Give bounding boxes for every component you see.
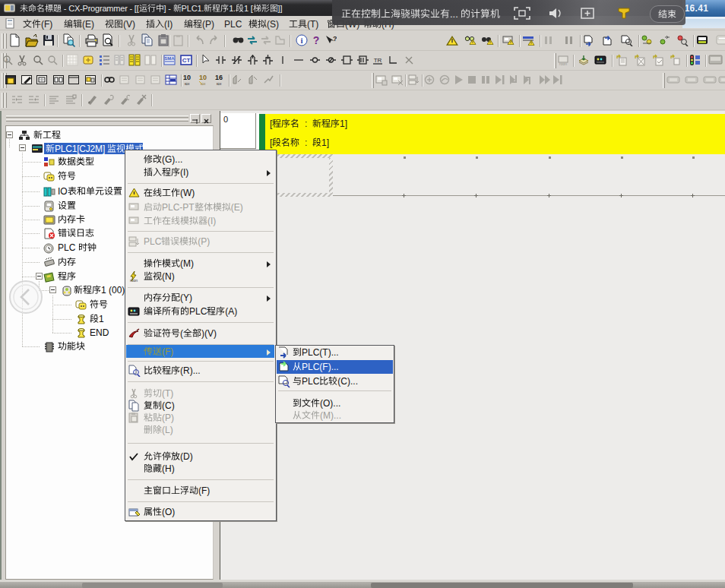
svg-text:a: a (5, 57, 8, 62)
svg-text:?: ? (333, 35, 337, 43)
svg-text:roon: roon (130, 278, 138, 283)
svg-text:?: ? (313, 34, 320, 46)
svg-text:roon: roon (559, 62, 567, 66)
svg-text:10: 10 (183, 74, 191, 81)
svg-text:i: i (300, 36, 302, 45)
svg-text:TR: TR (374, 57, 382, 64)
svg-text:16: 16 (215, 74, 223, 81)
svg-text:SMA: SMA (164, 56, 175, 61)
svg-text:ıоı: ıоı (217, 81, 222, 86)
svg-text:CT: CT (182, 57, 191, 64)
svg-text:10: 10 (199, 74, 207, 81)
svg-text:ıоı: ıоı (185, 81, 190, 86)
